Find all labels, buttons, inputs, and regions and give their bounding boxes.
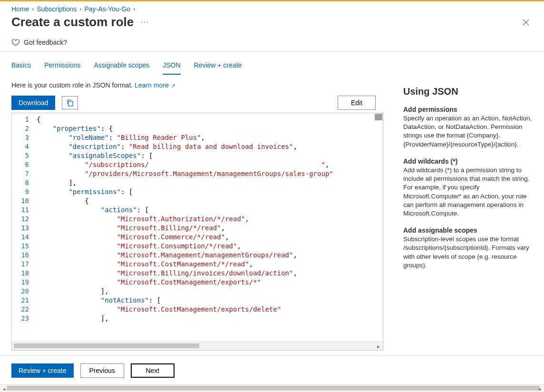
help-section-heading: Add wildcards (*) bbox=[403, 157, 533, 165]
help-section-body: Subscription-level scopes use the format… bbox=[403, 235, 533, 270]
close-button[interactable] bbox=[519, 16, 533, 29]
tab-permissions[interactable]: Permissions bbox=[44, 61, 80, 75]
breadcrumb-subscriptions[interactable]: Subscriptions bbox=[37, 5, 77, 13]
copy-button[interactable] bbox=[62, 96, 78, 109]
breadcrumb: Home › Subscriptions › Pay-As-You-Go › bbox=[0, 1, 544, 14]
editor-toolbar: Download Edit bbox=[11, 96, 388, 110]
chevron-right-icon: › bbox=[32, 6, 34, 12]
help-title: Using JSON bbox=[403, 86, 533, 97]
editor-hscrollbar[interactable]: ◂ ▸ bbox=[12, 342, 383, 350]
help-section-body: Specify an operation as an Action, NotAc… bbox=[403, 114, 533, 149]
scroll-right-icon[interactable]: ▸ bbox=[374, 342, 383, 351]
help-section-heading: Add assignable scopes bbox=[403, 226, 533, 234]
editor-gutter: 1234567891011121314151617181920212223 bbox=[12, 113, 36, 325]
breadcrumb-payg[interactable]: Pay-As-You-Go bbox=[84, 5, 130, 13]
page-hscrollbar[interactable]: ◂ ▸ bbox=[0, 384, 544, 392]
title-row: Create a custom role ··· bbox=[0, 14, 544, 35]
external-link-icon: ↗ bbox=[170, 83, 175, 88]
help-panel: Using JSON Add permissionsSpecify an ope… bbox=[392, 75, 544, 351]
learn-more-link[interactable]: Learn more ↗ bbox=[135, 81, 175, 89]
previous-button[interactable]: Previous bbox=[80, 363, 124, 378]
close-icon bbox=[522, 19, 530, 26]
tabs: Basics Permissions Assignable scopes JSO… bbox=[0, 52, 544, 75]
breadcrumb-home[interactable]: Home bbox=[11, 5, 29, 13]
page-title: Create a custom role bbox=[11, 15, 134, 29]
footer: Review + create Previous Next bbox=[0, 356, 544, 384]
download-button[interactable]: Download bbox=[11, 96, 55, 110]
more-menu[interactable]: ··· bbox=[140, 18, 149, 27]
intro-text: Here is your custom role in JSON format.… bbox=[11, 81, 388, 89]
tab-assignable-scopes[interactable]: Assignable scopes bbox=[94, 61, 149, 75]
json-editor: 1234567891011121314151617181920212223 { … bbox=[11, 113, 383, 351]
help-section-body: Add wildcards (*) to a permission string… bbox=[403, 166, 533, 218]
chevron-right-icon: › bbox=[79, 6, 81, 12]
tab-json[interactable]: JSON bbox=[163, 61, 180, 75]
feedback-text: Got feedback? bbox=[24, 39, 67, 46]
editor-scroll-area[interactable]: 1234567891011121314151617181920212223 { … bbox=[12, 113, 383, 342]
scroll-right-icon[interactable]: ▸ bbox=[536, 385, 544, 392]
tab-basics[interactable]: Basics bbox=[11, 61, 31, 75]
scroll-thumb[interactable] bbox=[7, 386, 540, 391]
tab-review-create[interactable]: Review + create bbox=[194, 61, 242, 75]
edit-button[interactable]: Edit bbox=[338, 96, 376, 110]
editor-code[interactable]: { "properties": { "roleName": "Billing R… bbox=[36, 113, 383, 325]
heart-icon bbox=[11, 38, 20, 47]
copy-icon bbox=[66, 99, 74, 107]
chevron-right-icon: › bbox=[133, 6, 135, 12]
next-button[interactable]: Next bbox=[131, 363, 175, 378]
help-section-heading: Add permissions bbox=[403, 106, 533, 113]
review-create-button[interactable]: Review + create bbox=[11, 363, 74, 378]
scroll-thumb[interactable] bbox=[14, 343, 199, 348]
feedback-bar[interactable]: Got feedback? bbox=[0, 35, 544, 52]
svg-rect-0 bbox=[68, 101, 73, 106]
